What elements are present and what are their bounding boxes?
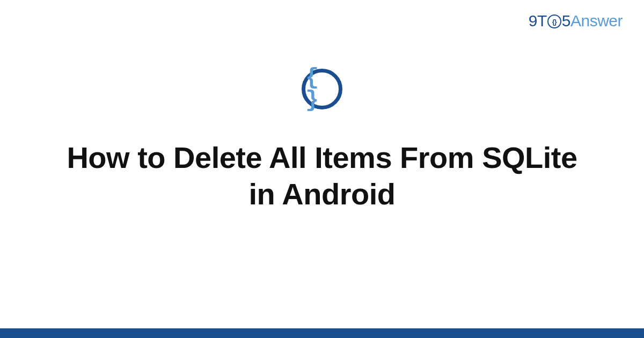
site-logo: 9T {} 5 Answer <box>529 12 623 30</box>
logo-text-5: 5 <box>562 12 570 30</box>
logo-text-9t: 9T <box>529 12 547 30</box>
logo-text-answer: Answer <box>570 12 623 30</box>
code-braces-icon: { } <box>302 69 342 109</box>
logo-circle-icon: {} <box>547 14 561 28</box>
page-title: How to Delete All Items From SQLite in A… <box>54 139 590 213</box>
footer-accent-bar <box>0 328 644 338</box>
main-content: { } How to Delete All Items From SQLite … <box>0 69 644 213</box>
braces-glyph: { } <box>305 67 339 112</box>
logo-circle-inner: {} <box>552 18 557 26</box>
